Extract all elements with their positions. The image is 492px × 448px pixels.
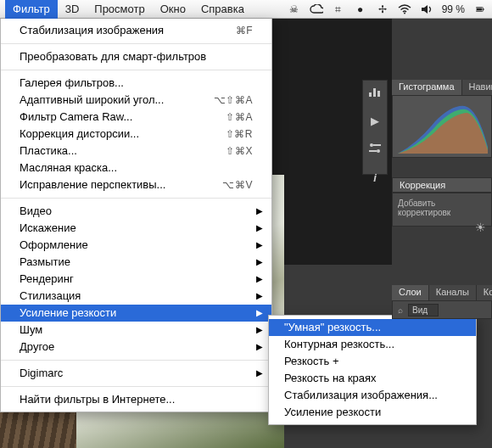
info-icon[interactable]: i (367, 171, 383, 184)
submenu-arrow-icon: ▶ (256, 288, 263, 305)
menu-item[interactable]: Видео▶ (1, 203, 271, 220)
menu-view[interactable]: Просмотр (87, 0, 152, 19)
svg-point-0 (404, 12, 405, 14)
adjustments-icon[interactable] (367, 143, 383, 156)
submenu-arrow-icon: ▶ (256, 203, 263, 220)
menu-item-label: Фильтр Camera Raw... (20, 109, 219, 126)
submenu-item[interactable]: "Умная" резкость... (269, 319, 476, 336)
menu-window[interactable]: Окно (153, 0, 193, 19)
menu-help[interactable]: Справка (193, 0, 252, 19)
menu-item[interactable]: Адаптивный широкий угол...⌥⇧⌘A (1, 92, 271, 109)
play-icon[interactable]: ▶ (367, 115, 383, 127)
menu-item-label: Пластика... (20, 143, 219, 160)
menu-shortcut: ⇧⌘R (226, 126, 253, 143)
menu-item-label: Найти фильтры в Интернете... (20, 391, 253, 408)
menu-item-label: Усиление резкости (20, 305, 253, 322)
submenu-item[interactable]: Стабилизация изображения... (269, 387, 476, 404)
spark-icon[interactable]: ✢ (376, 3, 389, 16)
svg-rect-5 (373, 88, 376, 97)
menu-item-label: Галерея фильтров... (20, 75, 253, 92)
menu-separator (1, 43, 271, 44)
submenu-item[interactable]: Резкость + (269, 353, 476, 370)
submenu-arrow-icon: ▶ (256, 220, 263, 237)
skull-icon[interactable]: ☠ (288, 3, 301, 16)
submenu-item[interactable]: Контурная резкость... (269, 336, 476, 353)
svg-rect-8 (373, 144, 381, 146)
submenu-item[interactable]: Усиление резкости (269, 404, 476, 421)
menu-item[interactable]: Оформление▶ (1, 237, 271, 254)
menu-item[interactable]: Усиление резкости▶ (1, 305, 271, 322)
menu-item[interactable]: Размытие▶ (1, 254, 271, 271)
svg-rect-4 (369, 92, 372, 97)
creative-cloud-icon[interactable] (310, 3, 323, 16)
submenu-item-label: Контурная резкость... (284, 336, 461, 353)
menu-filter[interactable]: Фильтр (5, 0, 58, 19)
battery-icon[interactable] (473, 3, 487, 16)
submenu-item-label: Резкость на краях (284, 370, 461, 387)
submenu-arrow-icon: ▶ (256, 305, 263, 322)
menu-item[interactable]: Стилизация▶ (1, 288, 271, 305)
tab-paths[interactable]: Контур (477, 285, 492, 300)
search-icon[interactable]: ⌕ (398, 305, 403, 315)
menu-item[interactable]: Искажение▶ (1, 220, 271, 237)
submenu-arrow-icon: ▶ (256, 365, 263, 382)
menu-shortcut: ⇧⌘A (226, 109, 253, 126)
menu-item-label: Адаптивный широкий угол... (20, 92, 207, 109)
menu-item-label: Преобразовать для смарт-фильтров (20, 48, 253, 65)
menu-item[interactable]: Пластика...⇧⌘X (1, 143, 271, 160)
menu-item[interactable]: Исправление перспективы...⌥⌘V (1, 176, 271, 193)
menu-item[interactable]: Digimarc▶ (1, 365, 271, 382)
menu-shortcut: ⇧⌘X (226, 143, 253, 160)
menu-item[interactable]: Галерея фильтров... (1, 75, 271, 92)
submenu-arrow-icon: ▶ (256, 237, 263, 254)
layer-filter-select[interactable]: Вид (408, 304, 439, 316)
submenu-arrow-icon: ▶ (256, 271, 263, 288)
brightness-adjust-icon[interactable]: ☀ (475, 221, 486, 234)
svg-point-7 (370, 143, 373, 147)
menu-item[interactable]: Найти фильтры в Интернете... (1, 391, 271, 408)
tab-histogram[interactable]: Гистограмма (392, 80, 462, 95)
menu-item[interactable]: Стабилизация изображения⌘F (1, 22, 271, 39)
menu-shortcut: ⌥⇧⌘A (214, 92, 253, 109)
oval-icon[interactable]: ● (354, 3, 367, 16)
menu-item[interactable]: Другое▶ (1, 339, 271, 356)
histogram-icon[interactable] (367, 86, 383, 99)
menu-separator (1, 70, 271, 70)
menu-shortcut: ⌥⌘V (222, 176, 253, 193)
menu-item-label: Исправление перспективы... (20, 176, 215, 193)
wifi-icon[interactable] (398, 3, 411, 16)
histogram-tabs: Гистограмма Навигат (392, 80, 492, 95)
menu-item[interactable]: Коррекция дисторсии...⇧⌘R (1, 126, 271, 143)
volume-icon[interactable] (420, 3, 433, 16)
tab-correction[interactable]: Коррекция (392, 177, 492, 193)
menu-3d[interactable]: 3D (58, 0, 87, 19)
menu-item[interactable]: Масляная краска... (1, 160, 271, 176)
submenu-item-label: "Умная" резкость... (284, 319, 461, 336)
tab-channels[interactable]: Каналы (429, 285, 477, 300)
submenu-item[interactable]: Резкость на краях (269, 370, 476, 387)
menu-item-label: Коррекция дисторсии... (20, 126, 219, 143)
menu-item[interactable]: Рендеринг▶ (1, 271, 271, 288)
svg-point-9 (377, 149, 380, 153)
battery-percent[interactable]: 99 % (442, 3, 465, 15)
menu-separator (1, 198, 271, 199)
panel-icon-column: ▶ i (362, 80, 388, 175)
layers-tabs: Слои Каналы Контур (392, 285, 492, 300)
menu-item-label: Искажение (20, 220, 253, 237)
tab-layers[interactable]: Слои (392, 285, 429, 300)
menu-shortcut: ⌘F (236, 22, 253, 39)
svg-rect-3 (477, 8, 483, 10)
submenu-arrow-icon: ▶ (256, 254, 263, 271)
menu-item[interactable]: Преобразовать для смарт-фильтров (1, 48, 271, 65)
submenu-item-label: Резкость + (284, 353, 461, 370)
svg-rect-2 (484, 8, 484, 10)
menu-separator (1, 386, 271, 387)
menu-item-label: Стилизация (20, 288, 253, 305)
menu-item-label: Размытие (20, 254, 253, 271)
hash-icon[interactable]: ⌗ (332, 3, 345, 16)
tab-navigator[interactable]: Навигат (462, 80, 492, 95)
submenu-item-label: Усиление резкости (284, 404, 461, 421)
menu-item[interactable]: Фильтр Camera Raw...⇧⌘A (1, 109, 271, 126)
correction-panel: Добавить корректировк ☀ (392, 193, 492, 227)
menu-item[interactable]: Шум▶ (1, 322, 271, 339)
